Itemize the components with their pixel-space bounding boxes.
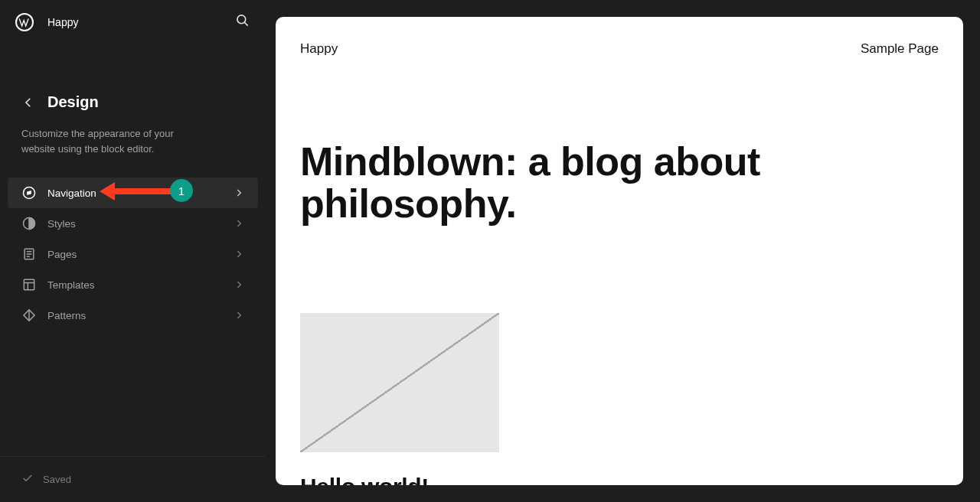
chevron-right-icon <box>234 279 244 290</box>
menu-item-navigation[interactable]: Navigation <box>8 178 258 208</box>
save-status-bar: Saved <box>0 456 266 502</box>
svg-marker-3 <box>28 191 31 194</box>
back-button[interactable] <box>21 96 35 109</box>
site-preview[interactable]: Happy Sample Page Mindblown: a blog abou… <box>276 17 963 485</box>
menu-item-styles[interactable]: Styles <box>8 208 258 239</box>
preview-inner: Happy Sample Page Mindblown: a blog abou… <box>276 17 963 485</box>
menu-item-patterns[interactable]: Patterns <box>8 300 258 331</box>
section-description: Customize the appearance of your website… <box>0 126 214 156</box>
menu-item-label: Styles <box>47 218 223 230</box>
half-circle-icon <box>21 216 37 231</box>
page-icon <box>21 246 37 262</box>
sidebar: Happy Design Customize the appearance of… <box>0 0 266 502</box>
site-name[interactable]: Happy <box>47 16 78 28</box>
chevron-right-icon <box>234 187 244 198</box>
diamond-icon <box>21 308 37 323</box>
saved-label: Saved <box>43 474 71 485</box>
menu-item-label: Navigation <box>47 187 223 199</box>
chevron-right-icon <box>234 310 244 321</box>
check-icon <box>21 472 34 487</box>
menu-item-templates[interactable]: Templates <box>8 269 258 300</box>
preview-post-title[interactable]: Hello world! <box>300 474 939 485</box>
menu-item-label: Templates <box>47 279 223 291</box>
preview-site-title[interactable]: Happy <box>300 41 338 57</box>
chevron-right-icon <box>234 249 244 259</box>
svg-line-1 <box>245 23 248 26</box>
menu-item-pages[interactable]: Pages <box>8 239 258 269</box>
layout-icon <box>21 277 37 292</box>
preview-hero-heading: Mindblown: a blog about philosophy. <box>300 141 939 224</box>
preview-header: Happy Sample Page <box>300 41 939 57</box>
wordpress-logo-icon[interactable] <box>15 13 34 31</box>
topbar-left: Happy <box>15 13 78 31</box>
preview-featured-image-placeholder <box>300 313 499 452</box>
section-title: Design <box>47 93 99 111</box>
menu-item-label: Patterns <box>47 310 223 321</box>
menu-item-label: Pages <box>47 249 223 260</box>
preview-nav-link[interactable]: Sample Page <box>861 41 939 57</box>
compass-icon <box>21 185 37 200</box>
section-header: Design <box>0 75 266 120</box>
svg-point-0 <box>237 15 246 24</box>
chevron-right-icon <box>234 218 244 229</box>
design-menu: Navigation Styles Pages <box>0 178 266 331</box>
topbar: Happy <box>0 0 266 44</box>
search-icon[interactable] <box>235 13 250 31</box>
svg-rect-9 <box>24 279 34 289</box>
